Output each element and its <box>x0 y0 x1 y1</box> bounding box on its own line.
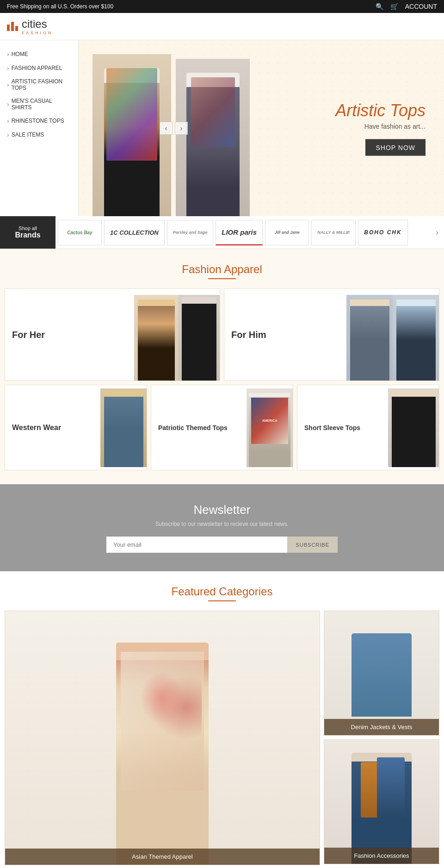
hero-subtitle: Have fashion as art... <box>335 123 426 130</box>
sidebar-item-mens-shirts[interactable]: MEN'S CASUAL SHIRTS <box>0 94 78 114</box>
fashion-apparel-title: Fashion Apparel <box>5 263 439 276</box>
newsletter-title: Newsletter <box>9 503 435 517</box>
top-bar-icons: 🔍 🛒 ACCOUNT <box>376 3 437 10</box>
for-him-card[interactable]: For Him <box>224 288 439 381</box>
short-sleeve-card[interactable]: Short Sleeve Tops <box>297 385 439 470</box>
patriotic-label: Patriotic Themed Tops <box>151 417 234 438</box>
for-her-figures <box>134 289 220 381</box>
brand-10c-collection[interactable]: 1C COLLECTION <box>104 220 165 245</box>
sidebar-item-artistic-tops[interactable]: ARTISTIC FASHION TOPS <box>0 75 78 94</box>
logo-bar-2 <box>11 22 14 31</box>
logo-bar-3 <box>15 26 18 31</box>
brands-shop-all[interactable]: Shop all Brands <box>0 216 56 249</box>
newsletter-email-input[interactable] <box>106 537 287 553</box>
hero-title: Artistic Tops <box>335 101 426 120</box>
cart-icon[interactable]: 🛒 <box>390 3 398 10</box>
patriotic-figure: AMERICA <box>247 388 293 467</box>
for-her-card[interactable]: For Her <box>5 288 220 381</box>
featured-title: Featured Categories <box>5 585 439 598</box>
hero-banner: ‹ › Artistic Tops Have fashion as art...… <box>79 40 444 216</box>
header: cities FASHION <box>0 13 444 40</box>
account-label[interactable]: ACCOUNT <box>405 3 437 10</box>
main-layout: HOME FASHION APPAREL ARTISTIC FASHION TO… <box>0 40 444 216</box>
hero-next-btn[interactable]: › <box>175 122 188 135</box>
hero-prev-btn[interactable]: ‹ <box>160 122 173 135</box>
hero-content: Artistic Tops Have fashion as art... SHO… <box>335 101 426 156</box>
featured-small-col: Denim Jackets & Vests Fashion Accessorie… <box>324 611 439 865</box>
newsletter-subtitle: Subscribe to our newsletter to recieve o… <box>9 521 435 527</box>
shipping-message: Free Shipping on all U.S. Orders over $1… <box>7 3 113 10</box>
sidebar-item-sale[interactable]: SALE ITEMS <box>0 128 78 142</box>
sidebar-nav: HOME FASHION APPAREL ARTISTIC FASHION TO… <box>0 47 78 142</box>
logo-icon <box>7 22 18 31</box>
top-bar: Free Shipping on all U.S. Orders over $1… <box>0 0 444 13</box>
newsletter-section: Newsletter Subscribe to our newsletter t… <box>0 484 444 571</box>
hero-figure-2 <box>176 59 250 216</box>
for-him-figures <box>346 289 439 381</box>
hero-nav: ‹ › <box>160 122 188 135</box>
brand-boho-chk[interactable]: BOHO CHK <box>358 220 407 245</box>
brand-cactus-bay[interactable]: Cactus Bay <box>58 220 102 245</box>
brands-next-arrow[interactable]: › <box>430 220 444 245</box>
sidebar-item-fashion-apparel[interactable]: FASHION APPAREL <box>0 61 78 75</box>
search-icon[interactable]: 🔍 <box>376 3 383 10</box>
western-figure <box>100 388 147 467</box>
western-wear-card[interactable]: Western Wear <box>5 385 147 470</box>
denim-jackets-card[interactable]: Denim Jackets & Vests <box>324 611 439 736</box>
patriotic-card[interactable]: Patriotic Themed Tops AMERICA <box>151 385 293 470</box>
featured-categories-section: Featured Categories Asian Themed Apparel <box>0 571 444 868</box>
logo-text: cities FASHION <box>22 18 53 35</box>
brand-jill-jane[interactable]: Jill and Jane <box>265 220 309 245</box>
for-her-label: For Her <box>5 323 52 347</box>
short-sleeve-label: Short Sleeve Tops <box>297 417 367 438</box>
logo[interactable]: cities FASHION <box>7 18 53 35</box>
featured-grid: Asian Themed Apparel Denim Jackets & Ves… <box>5 611 439 865</box>
for-him-label: For Him <box>224 323 273 347</box>
brands-label: Brands <box>15 231 40 239</box>
newsletter-subscribe-button[interactable]: SUBSCRIBE <box>287 537 338 553</box>
fashion-apparel-section: Fashion Apparel For Her For Him <box>0 249 444 484</box>
section-title-underline <box>208 278 236 279</box>
brands-list: Cactus Bay 1C COLLECTION Parsley and Sag… <box>56 220 430 245</box>
fashion-accessories-card[interactable]: Fashion Accessories <box>324 739 439 864</box>
brands-shop-all-label: Shop all <box>18 225 37 231</box>
asian-apparel-label: Asian Themed Apparel <box>5 849 320 865</box>
short-sleeve-figure <box>388 388 439 467</box>
western-wear-label: Western Wear <box>5 417 68 439</box>
hero-figure-1 <box>92 54 171 216</box>
denim-jackets-label: Denim Jackets & Vests <box>324 719 439 735</box>
fashion-accessories-label: Fashion Accessories <box>324 848 439 864</box>
brand-lior[interactable]: LIOR paris <box>216 220 263 245</box>
apparel-row-1: For Her For Him <box>5 288 439 381</box>
logo-bar-1 <box>7 25 10 31</box>
brand-nally-millie[interactable]: NALLY & MILLIE <box>311 220 356 245</box>
hero-cta-button[interactable]: SHOP NOW <box>365 139 426 156</box>
asian-apparel-card[interactable]: Asian Themed Apparel <box>5 611 320 865</box>
featured-title-underline <box>208 600 236 601</box>
sidebar-item-home[interactable]: HOME <box>0 47 78 61</box>
sidebar-item-rhinestone[interactable]: RHINESTONE TOPS <box>0 114 78 128</box>
brand-parsley-sage[interactable]: Parsley and Sage <box>167 220 214 245</box>
sidebar: HOME FASHION APPAREL ARTISTIC FASHION TO… <box>0 40 79 216</box>
newsletter-form: SUBSCRIBE <box>106 537 338 553</box>
apparel-row-2: Western Wear Patriotic Themed Tops AMERI… <box>5 385 439 470</box>
brands-bar: Shop all Brands Cactus Bay 1C COLLECTION… <box>0 216 444 249</box>
